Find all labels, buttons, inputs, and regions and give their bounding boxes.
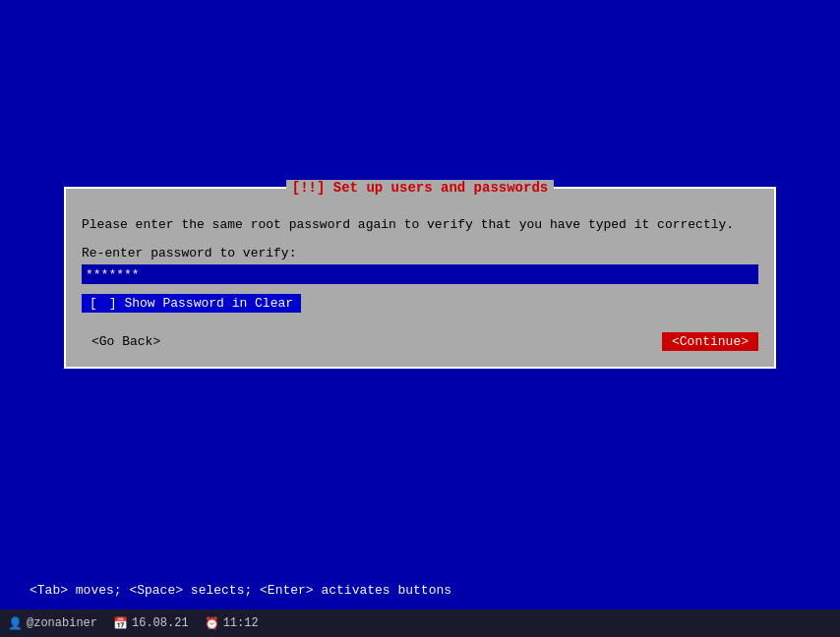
status-bar: <Tab> moves; <Space> selects; <Enter> ac… — [0, 583, 840, 598]
description-text: Please enter the same root password agai… — [82, 216, 758, 234]
continue-button[interactable]: <Continue> — [662, 332, 758, 351]
button-row: <Go Back> <Continue> — [82, 332, 758, 351]
show-password-checkbox[interactable]: [ ] Show Password in Clear — [82, 294, 301, 313]
checkbox-bracket-close: ] — [109, 296, 117, 311]
dialog-title-bar: [!!] Set up users and passwords — [66, 179, 774, 197]
taskbar-time-value: 11:12 — [223, 616, 259, 630]
dialog-title: [!!] Set up users and passwords — [286, 180, 554, 196]
status-text: <Tab> moves; <Space> selects; <Enter> ac… — [30, 583, 451, 598]
taskbar-time: ⏰ 11:12 — [205, 616, 259, 631]
password-input[interactable] — [82, 264, 758, 284]
setup-dialog: [!!] Set up users and passwords Please e… — [64, 187, 776, 369]
checkbox-label-text: Show Password in Clear — [124, 296, 293, 311]
taskbar-user: 👤 @zonabiner — [8, 616, 97, 631]
taskbar-date: 📅 16.08.21 — [113, 616, 189, 631]
clock-icon: ⏰ — [205, 616, 219, 631]
go-back-button[interactable]: <Go Back> — [82, 332, 170, 351]
checkbox-bracket-open: [ — [90, 296, 97, 311]
taskbar-username: @zonabiner — [27, 616, 97, 630]
user-icon: 👤 — [8, 616, 23, 631]
taskbar: 👤 @zonabiner 📅 16.08.21 ⏰ 11:12 — [0, 609, 840, 637]
password-label: Re-enter password to verify: — [82, 246, 758, 261]
calendar-icon: 📅 — [113, 616, 128, 631]
dialog-body: Please enter the same root password agai… — [66, 206, 774, 367]
taskbar-date-value: 16.08.21 — [132, 616, 189, 630]
